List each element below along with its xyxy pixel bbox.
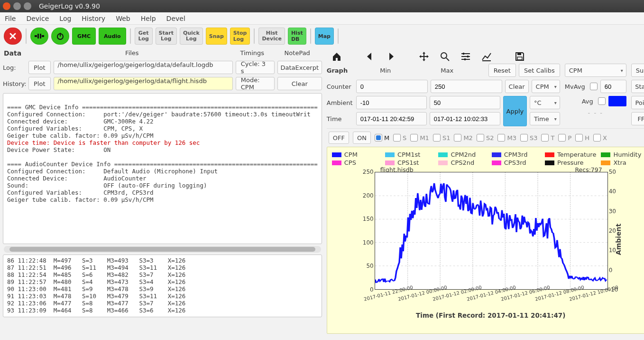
notepad-heading: NotePad: [274, 49, 321, 57]
window-close-button[interactable]: [3, 2, 10, 10]
ambient-unit-select[interactable]: °C: [530, 96, 560, 109]
svg-rect-15: [517, 53, 521, 55]
stats-button[interactable]: Stats: [631, 80, 644, 93]
quicklog-button[interactable]: Quick Log: [180, 28, 203, 45]
chart-trace: [375, 172, 607, 289]
chart-icon[interactable]: [480, 50, 493, 63]
snap-button[interactable]: Snap: [206, 28, 227, 45]
svg-rect-0: [35, 35, 37, 37]
toolbar: GMC Audio Get Log Start Log Quick Log Sn…: [0, 25, 644, 47]
menu-history[interactable]: History: [82, 15, 105, 22]
data-header-row: Data Files Timings NotePad: [3, 47, 322, 61]
var-m1-checkbox[interactable]: [410, 134, 418, 142]
ambient-max-input[interactable]: [430, 96, 500, 109]
avg-color-swatch[interactable]: [608, 96, 626, 106]
var-s1-checkbox[interactable]: [433, 134, 441, 142]
poiss-button[interactable]: Poiss: [631, 96, 644, 109]
window-maximize-button[interactable]: [24, 2, 31, 10]
plot-log-button[interactable]: Plot: [28, 61, 51, 74]
time-max-input[interactable]: [430, 112, 500, 125]
var-x-checkbox[interactable]: [593, 134, 601, 142]
counter-unit-select[interactable]: CPM: [532, 80, 560, 93]
reset-button[interactable]: Reset: [488, 64, 516, 77]
svg-rect-16: [517, 57, 522, 60]
x-ticks: 2017-01-11 22:00:002017-01-12 00:00:0020…: [375, 291, 608, 309]
files-heading: Files: [33, 49, 231, 57]
window-minimize-button[interactable]: [13, 2, 21, 10]
svg-point-6: [441, 53, 447, 58]
time-min-input[interactable]: [356, 112, 427, 125]
setcalibs-button[interactable]: Set Calibs: [519, 64, 560, 77]
vars-off-button[interactable]: OFF: [329, 132, 349, 144]
menu-help[interactable]: Help: [141, 15, 156, 22]
menu-devel[interactable]: Devel: [166, 15, 185, 22]
save-icon[interactable]: [514, 50, 526, 63]
gmc-button[interactable]: GMC: [72, 28, 96, 45]
device-info-hscroll[interactable]: [4, 246, 321, 253]
home-icon[interactable]: [331, 50, 343, 63]
mvavg-label: MvAvg: [565, 83, 587, 90]
var-h-checkbox[interactable]: [575, 134, 583, 142]
var-s3-checkbox[interactable]: [520, 134, 528, 142]
exit-button[interactable]: [4, 28, 22, 45]
log-path-input[interactable]: /home/ullix/geigerlog/geigerlog/data/def…: [54, 61, 233, 74]
data-heading: Data: [4, 49, 33, 57]
histdb-button[interactable]: Hist DB: [288, 28, 306, 45]
var-s-checkbox[interactable]: [393, 134, 401, 142]
clear-counter-button[interactable]: Clear: [505, 80, 529, 93]
plot-history-button[interactable]: Plot: [28, 77, 51, 90]
config-icon[interactable]: [460, 50, 472, 63]
var-s2-checkbox[interactable]: [477, 134, 484, 142]
menu-log[interactable]: Log: [59, 15, 71, 22]
time-unit-select[interactable]: Time: [530, 112, 560, 125]
mvavg-checkbox[interactable]: [590, 83, 598, 90]
counter-min-input[interactable]: [356, 80, 428, 93]
cycle-button[interactable]: Cycle: 3 s: [236, 61, 275, 74]
var-t-checkbox[interactable]: [541, 134, 549, 142]
dataexcerpt-button[interactable]: DataExcerpt: [277, 61, 322, 74]
forward-icon[interactable]: [385, 50, 397, 63]
audio-button[interactable]: Audio: [99, 28, 126, 45]
mode-button[interactable]: Mode: CPM: [236, 77, 275, 90]
menu-device[interactable]: Device: [26, 15, 49, 22]
var-m2-checkbox[interactable]: [454, 134, 461, 142]
menu-web[interactable]: Web: [116, 15, 130, 22]
back-icon[interactable]: [364, 50, 376, 63]
device-info-pane[interactable]: ==== GMC Device Info ===================…: [3, 93, 322, 244]
ambient-min-input[interactable]: [356, 96, 427, 109]
var-m3-checkbox[interactable]: [497, 134, 505, 142]
clear-notepad-button[interactable]: Clear: [277, 77, 322, 90]
log-tail-pane[interactable]: 86 11:22:48 M=497 S=3 M3=493 S3=3 X=126 …: [3, 255, 322, 317]
separator: [338, 28, 339, 44]
max-heading: Max: [418, 67, 477, 74]
zoom-icon[interactable]: [439, 50, 451, 63]
pan-icon[interactable]: [418, 50, 430, 63]
menu-file[interactable]: File: [5, 15, 16, 22]
counter-max-input[interactable]: [431, 80, 502, 93]
vars-on-button[interactable]: ON: [353, 132, 371, 144]
stoplog-button[interactable]: Stop Log: [230, 28, 250, 45]
map-button[interactable]: Map: [315, 28, 334, 45]
chart-plot[interactable]: [375, 172, 608, 290]
startlog-button[interactable]: Start Log: [156, 28, 177, 45]
separator: [310, 28, 311, 44]
separator: [254, 28, 255, 44]
var-m-checkbox[interactable]: [375, 134, 382, 142]
separator: [130, 28, 131, 44]
menubar: File Device Log History Web Help Devel: [0, 12, 644, 25]
connect-button[interactable]: [30, 28, 48, 45]
history-label: History:: [3, 80, 26, 87]
getlog-button[interactable]: Get Log: [135, 28, 153, 45]
apply-button[interactable]: Apply: [503, 96, 527, 126]
var-p-checkbox[interactable]: [558, 134, 566, 142]
mvavg-input[interactable]: [600, 80, 626, 93]
sust-button[interactable]: SuSt: [631, 64, 644, 77]
svg-rect-1: [42, 35, 44, 37]
fft-button[interactable]: FFT: [631, 112, 644, 125]
history-path-input[interactable]: /home/ullix/geigerlog/geigerlog/data/fli…: [54, 77, 233, 90]
placeholder-dashes: - - -: [565, 109, 626, 116]
power-button[interactable]: [51, 28, 69, 45]
histdevice-button[interactable]: Hist Device: [258, 28, 285, 45]
avg-checkbox[interactable]: [598, 97, 606, 105]
yvar-select[interactable]: CPM: [565, 64, 626, 77]
